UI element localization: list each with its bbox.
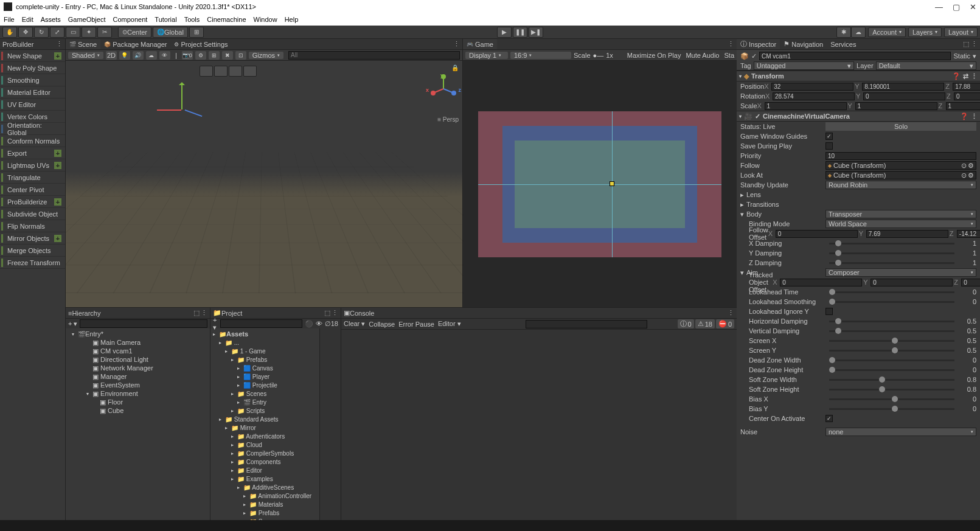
pos-y[interactable] [862,83,944,91]
transform-tool[interactable]: ✦ [82,27,96,38]
slider-bias-x[interactable] [829,398,954,400]
error-badge[interactable]: ⛔0 [716,319,734,328]
project-assets[interactable]: ▸📁 Assets [210,330,319,338]
project-components[interactable]: ▸📁 Components [210,457,319,466]
lock-icon[interactable]: 🔒 [451,64,459,71]
pos-z[interactable] [953,83,980,91]
project-examples[interactable]: ▸📁 Examples [210,474,319,483]
hierarchy-cube[interactable]: ▣ Cube [66,406,210,415]
game-viewport[interactable] [463,61,737,307]
slider-z-damping[interactable] [829,262,954,264]
project-canvas[interactable]: ▸🟦 Canvas [210,364,319,372]
pb-uv-editor[interactable]: UV Editor [0,99,65,111]
project-player[interactable]: ▸🟦 Player [210,372,319,381]
console-error-pause[interactable]: Error Pause [398,321,434,328]
pivot-mode-toggle[interactable]: ⊙Center [118,27,151,38]
scene-viewport[interactable]: 🔒 xyz ≡ Persp [66,61,462,307]
project-search[interactable] [220,319,302,328]
scale-z[interactable] [946,102,980,110]
gizmos-dropdown[interactable]: Gizmos [249,52,283,59]
grid-icon[interactable]: ⊞ [209,51,220,60]
close-button[interactable]: ✕ [970,2,976,12]
console-editor[interactable]: Editor ▾ [438,320,461,328]
rotate-tool[interactable]: ↻ [34,27,49,38]
menu-help[interactable]: Help [285,16,299,23]
eye-icon[interactable]: 👁 [316,320,322,327]
slider-bias-y[interactable] [829,408,954,410]
tab-navigation[interactable]: ⚑ Navigation [780,39,827,49]
slider-vertical-damping[interactable] [829,330,954,332]
rot-y[interactable] [863,92,945,100]
pb-freeze-transform[interactable]: Freeze Transform [0,257,65,269]
mute-audio[interactable]: Mute Audio [686,52,719,59]
body-mode-dropdown[interactable]: Transposer [825,210,976,218]
info-badge[interactable]: ⓘ0 [678,319,694,328]
menu-file[interactable]: File [4,16,15,23]
hierarchy-eventsystem[interactable]: ▣ EventSystem [66,381,210,389]
pb-orientation-global[interactable]: Orientation: Global [0,123,65,135]
pb-triangulate[interactable]: Triangulate [0,172,65,184]
hierarchy-main-camera[interactable]: ▣ Main Camera [66,338,210,347]
maximize-button[interactable]: ▢ [953,2,960,12]
rot-x[interactable] [773,92,855,100]
orientation-gizmo[interactable]: xyz [428,74,459,104]
minimize-button[interactable]: — [935,2,943,12]
layout-dropdown[interactable]: Layout [944,27,978,37]
tab-services[interactable]: Services [827,39,860,49]
tab-scene[interactable]: 🎬Scene [66,39,100,49]
hierarchy-floor[interactable]: ▣ Floor [66,398,210,406]
pb-material-editor[interactable]: Material Editor [0,86,65,99]
vcam-header[interactable]: ▾🎥✓CinemachineVirtualCamera❓⋮ [737,111,980,122]
pb-lightmap-uvs[interactable]: Lightmap UVs+ [0,159,65,172]
pb-probuilderize[interactable]: ProBuilderize+ [0,196,65,208]
project-standard-assets[interactable]: ▸📁 Standard Assets [210,415,319,423]
pos-x[interactable] [771,83,853,91]
audio-toggle[interactable]: 🔊 [133,51,144,60]
project-editor[interactable]: ▸📁 Editor [210,466,319,474]
project-mirror[interactable]: ▸📁 Mirror [210,423,319,432]
layers-dropdown[interactable]: Layers [908,27,942,37]
menu-tools[interactable]: Tools [184,16,200,23]
menu-gameobject[interactable]: GameObject [68,16,106,23]
pause-button[interactable]: ❚❚ [513,27,527,38]
menu-component[interactable]: Component [113,16,147,23]
perspective-label[interactable]: ≡ Persp [437,116,459,123]
guides-checkbox[interactable]: ✓ [825,133,833,140]
slider-lookahead-time[interactable] [829,291,954,293]
camera-icon[interactable]: 📷0 [182,51,193,60]
project-projectile[interactable]: ▸🟦 Projectile [210,381,319,389]
fx-toggle[interactable]: ☁ [146,51,157,60]
create-dropdown[interactable]: + ▾ [68,320,77,328]
warn-badge[interactable]: ⚠18 [695,319,715,328]
offset-z[interactable] [957,230,980,238]
maximize-on-play[interactable]: Maximize On Play [627,52,681,59]
toff-y[interactable] [871,279,953,286]
2d-toggle[interactable]: 2D [106,51,117,60]
project--game[interactable]: ▸📁 1 - Game [210,347,319,355]
menu-assets[interactable]: Assets [41,16,61,23]
scale-x[interactable] [765,102,847,110]
toff-z[interactable] [961,279,980,286]
project-scripts[interactable]: ▸📁 Scripts [210,406,319,415]
slider-soft-zone-height[interactable] [829,389,954,390]
pb-export[interactable]: Export+ [0,147,65,159]
menu-window[interactable]: Window [254,16,277,23]
display-dropdown[interactable]: Display 1 [465,52,508,59]
transform-header[interactable]: ▾◆Transform❓⇄⋮ [737,71,980,82]
pb-subdivide-object[interactable]: Subdivide Object [0,208,65,220]
slider-screen-x[interactable] [829,340,954,342]
project-scenes[interactable]: ▸📁 Scenes [210,389,319,398]
body-foldout[interactable]: ▾BodyTransposer [737,209,980,219]
pb-mirror-objects[interactable]: Mirror Objects+ [0,232,65,245]
priority-input[interactable] [825,152,976,160]
active-checkbox[interactable]: ✓ [751,52,757,60]
project-prefabs[interactable]: ▸📁 Prefabs [210,355,319,364]
pb-conform-normals[interactable]: Conform Normals [0,135,65,147]
scene-tool-3[interactable] [229,66,242,77]
pb-center-pivot[interactable]: Center Pivot [0,184,65,196]
tool-icon[interactable]: ⚙ [195,51,206,60]
hierarchy-cm-vcam-[interactable]: ▣ CM vcam1 [66,347,210,355]
follow-field[interactable]: Cube (Transform)⊙⚙ [825,161,976,170]
offset-x[interactable] [776,230,858,238]
scene-tool-2[interactable] [214,66,228,77]
